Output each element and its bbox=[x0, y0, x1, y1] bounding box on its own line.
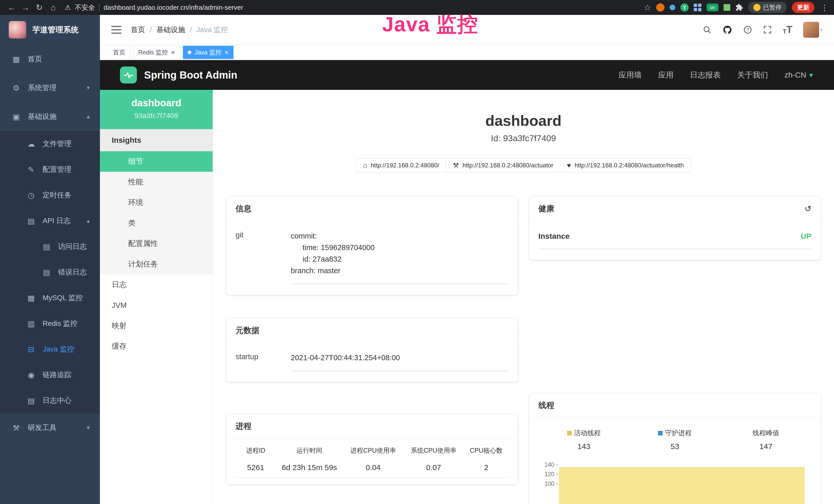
sidebar-item-scheduled-tasks[interactable]: ◷ 定时任务 bbox=[0, 182, 100, 208]
extension-drop-icon[interactable] bbox=[670, 5, 675, 10]
card-title: 信息 bbox=[226, 197, 518, 221]
sidebar-item-home[interactable]: ▦ 首页 bbox=[0, 45, 100, 73]
close-icon[interactable]: × bbox=[171, 49, 175, 56]
insights-section-title[interactable]: Insights bbox=[100, 129, 213, 151]
sidebar-item-error-logs[interactable]: ▤ 错误日志 bbox=[0, 259, 100, 285]
user-avatar[interactable]: ▾ bbox=[803, 22, 823, 38]
instance-links: ⌂ http://192.168.0.2:48080/ ⚒ http://192… bbox=[213, 158, 834, 173]
cards-left-column: 信息 git commit: time: 1596289704000 id: 2… bbox=[226, 197, 518, 484]
instance-link-actuator[interactable]: ⚒ http://192.168.0.2:48080/actuator bbox=[446, 158, 560, 173]
tab-home[interactable]: 首页 bbox=[108, 46, 130, 59]
process-header: 进程ID bbox=[236, 443, 276, 459]
tab-java-monitor[interactable]: Java 监控 × bbox=[183, 46, 234, 59]
sidebar-item-config-management[interactable]: ✎ 配置管理 bbox=[0, 157, 100, 182]
legend-value: 53 bbox=[629, 442, 720, 451]
extensions-puzzle-icon[interactable] bbox=[736, 4, 743, 11]
menu-item-details[interactable]: 细节 bbox=[100, 151, 213, 172]
nav-item-applications[interactable]: 应用 bbox=[658, 70, 674, 81]
url-text[interactable]: dashboard.yudao.iocoder.cn/infra/admin-s… bbox=[104, 4, 243, 12]
browser-home-icon[interactable]: ⌂ bbox=[47, 0, 59, 15]
reload-icon[interactable]: ↻ bbox=[34, 0, 45, 15]
spring-boot-admin-logo[interactable] bbox=[120, 67, 137, 84]
browser-menu-icon[interactable]: ⋮ bbox=[821, 3, 828, 12]
security-label[interactable]: 不安全 bbox=[75, 3, 95, 12]
sidebar-item-dev-tools[interactable]: ⚒ 研发工具 ▾ bbox=[0, 413, 100, 442]
instance-header: dashboard 93a3fc7f7409 bbox=[100, 90, 213, 129]
status-badge: UP bbox=[800, 232, 811, 240]
sidebar-item-label: 定时任务 bbox=[43, 190, 71, 200]
dashboard-icon: ▦ bbox=[10, 55, 22, 64]
legend-swatch-yellow bbox=[567, 431, 572, 435]
history-icon[interactable]: ↺ bbox=[805, 204, 811, 214]
card-title: 线程 bbox=[529, 393, 821, 418]
instance-link-health[interactable]: ♥ http://192.168.0.2:48080/actuator/heal… bbox=[560, 158, 691, 173]
chart-y-axis: 140 120 100 bbox=[539, 460, 558, 504]
menu-item-mappings[interactable]: 映射 bbox=[100, 316, 213, 336]
info-value: commit: time: 1596289704000 id: 27aa832 … bbox=[291, 230, 509, 284]
menu-item-jvm[interactable]: JVM bbox=[100, 295, 213, 316]
update-button[interactable]: 更新 bbox=[792, 2, 814, 13]
info-card: 信息 git commit: time: 1596289704000 id: 2… bbox=[226, 197, 518, 295]
sidebar-item-label: API 日志 bbox=[43, 216, 71, 226]
page: ← → ↻ ⌂ ⚠ 不安全 dashboard.yudao.iocoder.cn… bbox=[0, 0, 834, 504]
instance-id-subtitle: Id: 93a3fc7f7409 bbox=[213, 133, 834, 143]
search-icon[interactable] bbox=[702, 25, 712, 35]
nav-item-wallboard[interactable]: 应用墙 bbox=[618, 70, 642, 81]
instance-link-home[interactable]: ⌂ http://192.168.0.2:48080/ bbox=[356, 158, 446, 173]
wrench-icon: ⚒ bbox=[453, 161, 459, 169]
chevron-down-icon: ▾ bbox=[87, 85, 90, 91]
extension-grid-icon[interactable] bbox=[694, 4, 701, 11]
sidebar-item-file-management[interactable]: ☁ 文件管理 bbox=[0, 131, 100, 157]
sidebar-item-api-logs[interactable]: ▤ API 日志 ▴ bbox=[0, 208, 100, 234]
bookmark-star-icon[interactable]: ☆ bbox=[644, 3, 651, 12]
threads-chart: 140 120 100 bbox=[539, 460, 811, 504]
process-card: 进程 进程ID 运行时间 进程CPU使用率 系统CPU使用率 CPU核心数 52… bbox=[226, 414, 518, 484]
extension-on-badge[interactable]: on bbox=[707, 4, 719, 11]
menu-item-environment[interactable]: 环境 bbox=[100, 192, 213, 213]
sidebar-item-mysql-monitor[interactable]: ▦ MySQL 监控 bbox=[0, 285, 100, 311]
home-icon: ⌂ bbox=[363, 161, 367, 169]
annotation-text: Java 监控 bbox=[382, 11, 478, 39]
locale-selector[interactable]: zh-CN ▾ bbox=[785, 71, 813, 79]
tab-redis-monitor[interactable]: Redis 监控 × bbox=[133, 46, 180, 59]
sidebar-item-infrastructure[interactable]: ▣ 基础设施 ▴ bbox=[0, 102, 100, 131]
app-menu: ▦ 首页 ⚙ 系统管理 ▾ ▣ 基础设施 ▴ ☁ 文件管理 bbox=[0, 45, 100, 504]
sidebar-item-redis-monitor[interactable]: ▥ Redis 监控 bbox=[0, 311, 100, 336]
sidebar-item-access-logs[interactable]: ▤ 访问日志 bbox=[0, 234, 100, 259]
back-icon[interactable]: ← bbox=[6, 0, 18, 15]
sidebar-item-link-tracing[interactable]: ◉ 链路追踪 bbox=[0, 362, 100, 388]
nav-item-journal[interactable]: 日志报表 bbox=[690, 70, 721, 81]
help-icon[interactable]: ? bbox=[743, 25, 752, 35]
sidebar-item-log-center[interactable]: ▤ 日志中心 bbox=[0, 388, 100, 413]
health-row[interactable]: Instance UP bbox=[539, 232, 811, 249]
process-header: 运行时间 bbox=[276, 443, 343, 459]
close-icon[interactable]: × bbox=[225, 49, 228, 56]
fullscreen-icon[interactable] bbox=[763, 25, 772, 34]
nav-item-about[interactable]: 关于我们 bbox=[737, 70, 768, 81]
github-icon[interactable] bbox=[723, 25, 732, 35]
breadcrumb: 首页 基础设施 Java 监控 bbox=[131, 25, 228, 35]
sidebar-item-label: 首页 bbox=[28, 54, 42, 64]
paused-badge[interactable]: 已暂停 bbox=[748, 2, 787, 13]
extension-y-icon[interactable]: Y bbox=[680, 3, 688, 12]
hamburger-icon[interactable] bbox=[111, 26, 122, 33]
menu-item-config-props[interactable]: 配置属性 bbox=[100, 233, 213, 254]
breadcrumb-item-home[interactable]: 首页 bbox=[131, 25, 145, 35]
menu-item-metrics[interactable]: 性能 bbox=[100, 172, 213, 192]
app-sidebar: 芋道管理系统 ▦ 首页 ⚙ 系统管理 ▾ ▣ 基础设施 ▴ bbox=[0, 15, 100, 504]
sidebar-item-system-management[interactable]: ⚙ 系统管理 ▾ bbox=[0, 73, 100, 102]
menu-item-scheduled-tasks[interactable]: 计划任务 bbox=[100, 254, 213, 274]
breadcrumb-item-infrastructure[interactable]: 基础设施 bbox=[156, 25, 185, 35]
menu-item-classes[interactable]: 类 bbox=[100, 213, 213, 233]
text-size-icon[interactable] bbox=[783, 24, 792, 35]
extension-icon[interactable] bbox=[656, 3, 664, 12]
sidebar-item-java-monitor[interactable]: ⊟ Java 监控 bbox=[0, 336, 100, 362]
extension-leaf-icon[interactable] bbox=[724, 4, 730, 11]
sidebar-item-label: 研发工具 bbox=[28, 423, 57, 433]
address-bar[interactable]: ⚠ 不安全 dashboard.yudao.iocoder.cn/infra/a… bbox=[65, 3, 636, 12]
legend-peak-threads: 线程峰值 147 bbox=[721, 429, 811, 451]
metadata-value: 2021-04-27T00:44:31.254+08:00 bbox=[291, 352, 509, 371]
forward-icon[interactable]: → bbox=[20, 0, 31, 15]
menu-item-caches[interactable]: 缓存 bbox=[100, 336, 213, 357]
menu-item-logs[interactable]: 日志 bbox=[100, 274, 213, 295]
